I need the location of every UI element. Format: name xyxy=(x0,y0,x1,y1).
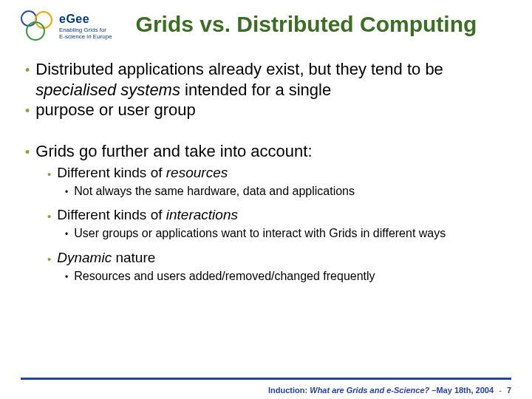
text-italic: Dynamic xyxy=(57,250,112,265)
bullet-icon: • xyxy=(65,229,68,241)
text: Resources and users added/removed/change… xyxy=(74,269,375,284)
logo-brand: eGee xyxy=(59,13,112,26)
footer-course: What are Grids and e-Science? xyxy=(310,386,429,395)
bullet-icon: • xyxy=(47,252,51,267)
text: User groups or applications want to inte… xyxy=(74,226,446,242)
text-italic: interactions xyxy=(166,207,238,222)
bullet-interactions-detail: • User groups or applications want to in… xyxy=(65,226,511,242)
bullet-icon: • xyxy=(65,272,68,284)
footer: Induction: What are Grids and e-Science?… xyxy=(268,386,511,395)
slide-title: Grids vs. Distributed Computing xyxy=(136,12,477,38)
text: Not always the same hardware, data and a… xyxy=(74,184,355,200)
text-italic: specialised systems xyxy=(35,81,180,99)
bullet-grids-further: • Grids go further and take into account… xyxy=(25,141,511,162)
footer-page: 7 xyxy=(507,386,511,395)
footer-course-prefix: Induction: xyxy=(268,386,310,395)
text: purpose or user group xyxy=(35,100,195,120)
bullet-icon: • xyxy=(47,167,51,182)
svg-point-0 xyxy=(21,11,36,26)
bullet-interactions: • Different kinds of interactions xyxy=(47,206,511,225)
logo: eGee Enabling Grids for E-science in Eur… xyxy=(21,10,112,43)
text: intended for a single xyxy=(180,81,331,99)
text: Distributed applications already exist, … xyxy=(35,60,443,78)
text: Different kinds of xyxy=(57,207,166,222)
bullet-dynamic-detail: • Resources and users added/removed/chan… xyxy=(65,269,511,284)
bullet-icon: • xyxy=(25,144,30,161)
text: nature xyxy=(112,250,155,265)
footer-rule xyxy=(21,378,511,380)
bullet-icon: • xyxy=(25,103,30,120)
text: Different kinds of xyxy=(57,165,166,180)
svg-point-1 xyxy=(35,12,52,28)
bullet-distributed-apps: • Distributed applications already exist… xyxy=(25,59,511,100)
logo-tagline-2: E-science in Europe xyxy=(59,34,112,41)
text-italic: resources xyxy=(166,165,228,180)
logo-text: eGee Enabling Grids for E-science in Eur… xyxy=(59,13,112,41)
bullet-resources: • Different kinds of resources xyxy=(47,164,511,183)
slide: eGee Enabling Grids for E-science in Eur… xyxy=(0,0,532,399)
bullet-purpose: • purpose or user group xyxy=(25,100,511,120)
footer-sep: - xyxy=(497,386,504,395)
bullet-icon: • xyxy=(65,187,68,199)
logo-mark xyxy=(21,10,55,43)
bullet-resources-detail: • Not always the same hardware, data and… xyxy=(65,184,511,200)
footer-date: –May 18th, 2004 xyxy=(429,386,494,395)
svg-point-2 xyxy=(27,22,44,40)
bullet-icon: • xyxy=(25,62,30,79)
text: Grids go further and take into account: xyxy=(35,141,312,162)
content: • Distributed applications already exist… xyxy=(21,59,511,284)
header: eGee Enabling Grids for E-science in Eur… xyxy=(21,10,511,43)
bullet-dynamic: • Dynamic nature xyxy=(47,249,511,267)
bullet-icon: • xyxy=(47,209,51,224)
